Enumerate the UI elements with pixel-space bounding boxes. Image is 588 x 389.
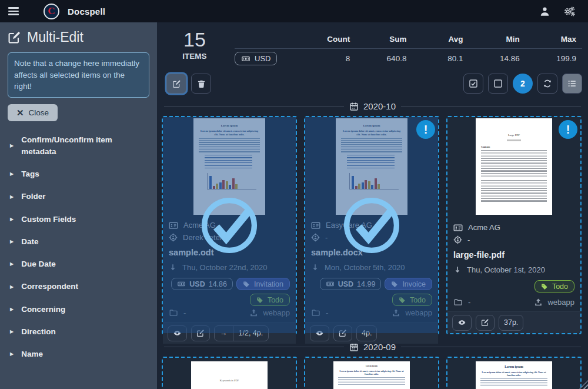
upload-icon	[534, 298, 543, 307]
navbar-actions	[539, 6, 580, 17]
list-view-button[interactable]	[562, 74, 582, 94]
accordion-item-concerning[interactable]: ▶ Concerning	[8, 302, 149, 317]
accordion-item-correspondent[interactable]: ▶ Correspondent	[8, 280, 149, 294]
edit-icon	[172, 79, 181, 88]
tag-icon	[541, 283, 548, 290]
settings-gears-icon[interactable]	[563, 6, 575, 17]
caret-right-icon: ▶	[10, 330, 14, 334]
stats-value-count: 8	[299, 54, 356, 63]
accordion-item-custom-fields[interactable]: ▶ Custom Fields	[8, 212, 149, 227]
calendar-icon	[349, 102, 359, 111]
item-name: large-file.pdf	[453, 250, 574, 260]
item-card-footer: 37p.	[447, 311, 580, 333]
items-count: 15 ITEMS	[168, 29, 222, 61]
accordion-item-folder[interactable]: ▶ Folder	[8, 189, 149, 204]
multi-edit-sidebar: Multi-Edit Note that a change here immed…	[0, 22, 157, 389]
edit-icon	[481, 318, 489, 327]
warning-badge-icon: !	[559, 120, 577, 139]
app-title: Docspell	[68, 6, 105, 16]
refresh-icon	[543, 79, 552, 88]
stats-value-min: 14.86	[469, 54, 526, 63]
caret-right-icon: ▶	[10, 195, 14, 200]
sidebar-title-label: Multi-Edit	[27, 29, 83, 45]
folder-source-row: - webapp	[453, 295, 574, 311]
accordion-item-tags[interactable]: ▶ Tags	[8, 167, 149, 181]
edit-selected-button[interactable]	[166, 74, 186, 94]
sidebar-title: Multi-Edit	[8, 29, 149, 45]
selected-check-icon	[340, 194, 403, 257]
selected-count-badge: 2	[513, 74, 533, 94]
accordion-item-due-date[interactable]: ▶ Due Date	[8, 257, 149, 271]
warning-badge-icon: !	[416, 120, 435, 139]
stats-header-avg: Avg	[412, 35, 469, 44]
list-icon	[567, 79, 577, 88]
eye-icon	[457, 318, 466, 327]
accordion-item-date[interactable]: ▶ Date	[8, 235, 149, 249]
stats-value-row: USD 8 640.8 80.1 14.86 199.9	[235, 49, 582, 68]
accordion-item-confirm-metadata[interactable]: ▶ Confirm/Unconfirm item metadata	[8, 133, 149, 159]
items-count-value: 15	[168, 29, 222, 51]
item-card-large-file-pdf[interactable]: ! Large PDF Contents	[446, 116, 582, 334]
source-label: webapp	[534, 298, 574, 307]
stats-header-min: Min	[469, 35, 526, 44]
top-navbar: C Docspell	[0, 0, 588, 22]
item-cards-row: Lorem ipsum Lorem ipsum dolor sit amet, …	[157, 111, 588, 334]
document-thumbnail: Lorem ipsum Lorem ipsum dolor sit amet, …	[333, 361, 410, 389]
menu-icon[interactable]	[8, 7, 19, 15]
item-card-partial[interactable]: Lorem ipsum Lorem ipsum dolor sit amet, …	[304, 357, 439, 389]
stats-header-row: Count Sum Avg Min Max	[235, 29, 582, 49]
deselect-all-button[interactable]	[488, 74, 508, 94]
caret-right-icon: ▶	[10, 307, 14, 312]
stats-value-avg: 80.1	[412, 54, 469, 63]
selected-check-icon	[198, 194, 260, 257]
document-thumbnail: Lorem ipsum Lorem ipsum dolor sit amet, …	[476, 361, 552, 389]
delete-selected-button[interactable]	[191, 74, 211, 94]
selection-summary: 15 ITEMS Count Sum Avg Min Max	[157, 22, 588, 68]
item-cards-row-partial: Keywords in PDF Lorem ipsum Lorem ipsum …	[157, 352, 588, 389]
caret-right-icon: ▶	[10, 352, 14, 357]
multi-edit-note: Note that a change here immediatly affec…	[8, 52, 149, 98]
stats-value-max: 199.9	[526, 54, 582, 63]
item-card-partial[interactable]: Keywords in PDF	[162, 357, 297, 389]
caret-right-icon: ▶	[10, 144, 14, 148]
multi-edit-accordion: ▶ Confirm/Unconfirm item metadata ▶ Tags…	[8, 133, 149, 362]
edit-item-button[interactable]	[476, 315, 495, 331]
item-card-partial[interactable]: Lorem ipsum Lorem ipsum dolor sit amet, …	[446, 357, 582, 389]
caret-right-icon: ▶	[10, 172, 14, 177]
user-icon[interactable]	[539, 6, 550, 17]
id-card-icon	[453, 223, 463, 232]
accordion-item-name[interactable]: ▶ Name	[8, 347, 149, 361]
invert-selection-button[interactable]	[537, 74, 557, 94]
document-thumbnail: Keywords in PDF	[191, 361, 268, 389]
concerning-person-row: -	[453, 234, 574, 246]
select-all-button[interactable]	[463, 74, 483, 94]
stats-value-sum: 640.8	[356, 54, 412, 63]
docspell-app: C Docspell	[0, 0, 588, 389]
accordion-item-direction[interactable]: ▶ Direction	[8, 325, 149, 339]
correspondent-org-row: Acme AG	[453, 221, 574, 234]
docspell-logo-icon[interactable]: C	[44, 4, 59, 19]
page-count-label: 37p.	[499, 315, 523, 331]
caret-right-icon: ▶	[10, 262, 14, 267]
edit-icon	[8, 31, 21, 44]
selected-overlay	[163, 117, 296, 333]
close-button[interactable]: ✕ Close	[8, 104, 58, 121]
item-card-body: Acme AG - large-file.pdf	[447, 217, 580, 311]
caret-right-icon: ▶	[10, 285, 14, 290]
item-list-main: 15 ITEMS Count Sum Avg Min Max	[157, 22, 588, 389]
caret-right-icon: ▶	[10, 217, 14, 222]
stats-header-count: Count	[299, 35, 356, 44]
currency-badge: USD	[235, 52, 277, 65]
item-card-sample-docx[interactable]: ! Lorem ipsum Lorem ipsum dolor sit amet…	[304, 116, 439, 334]
tag-badge-todo[interactable]: Todo	[534, 280, 574, 292]
list-toolbar: 2	[166, 74, 582, 94]
stats-header-sum: Sum	[356, 35, 412, 44]
preview-button[interactable]	[452, 315, 472, 331]
stats-table: Count Sum Avg Min Max U	[235, 29, 582, 68]
selection-controls: 2	[463, 74, 582, 94]
item-card-sample-odt[interactable]: Lorem ipsum Lorem ipsum dolor sit amet, …	[162, 116, 297, 334]
person-target-icon	[453, 235, 462, 244]
document-thumbnail: Large PDF Contents	[476, 118, 552, 215]
money-bill-icon	[241, 55, 250, 63]
check-square-icon	[469, 79, 478, 88]
